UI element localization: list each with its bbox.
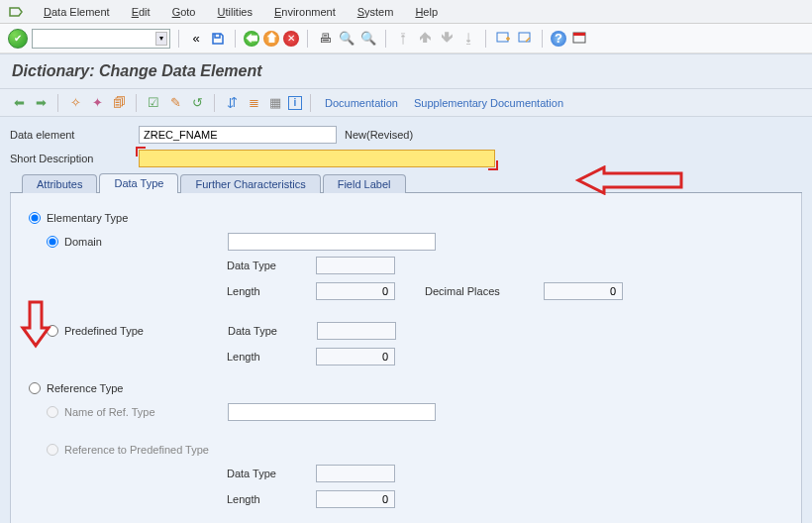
hierarchy-icon[interactable]: ⇵ — [223, 94, 241, 112]
menu-help[interactable]: Help — [405, 4, 448, 20]
sap-logo-icon — [8, 4, 24, 20]
prev-object-icon[interactable]: ⬅ — [10, 94, 28, 112]
menu-bar: Data Element Edit Goto Utilities Environ… — [0, 0, 812, 24]
dropdown-icon[interactable]: ▾ — [155, 32, 167, 46]
reference-type-radio[interactable] — [29, 382, 41, 394]
data-type-input-3[interactable] — [316, 465, 395, 482]
documentation-button[interactable]: Documentation — [319, 97, 404, 109]
layout-icon[interactable] — [570, 30, 588, 48]
page-title: Dictionary: Change Data Element — [12, 62, 800, 80]
domain-label: Domain — [64, 236, 228, 248]
standard-toolbar: ▾ « 🡄 🡅 ✕ 🖶 🔍 🔍 ⭱ 🡹 🡻 ⭳ ? — [0, 24, 812, 53]
data-type-input-2[interactable] — [317, 322, 396, 340]
length-input-1[interactable] — [316, 282, 395, 300]
tab-strip: Attributes Data Type Further Characteris… — [10, 172, 802, 193]
ref-predefined-radio — [47, 444, 58, 456]
predefined-type-label: Predefined Type — [64, 325, 228, 337]
menu-goto[interactable]: Goto — [162, 4, 206, 20]
exit-icon[interactable]: 🡅 — [263, 31, 279, 47]
decimal-places-input[interactable] — [544, 282, 623, 300]
help-icon[interactable]: ? — [551, 31, 566, 47]
svg-rect-0 — [497, 33, 508, 42]
next-object-icon[interactable]: ➡ — [32, 94, 50, 112]
domain-input[interactable] — [228, 233, 436, 251]
data-element-label: Data element — [10, 129, 139, 141]
length-input-3[interactable] — [316, 490, 395, 508]
enter-icon[interactable] — [8, 29, 28, 49]
find-icon[interactable]: 🔍 — [338, 30, 355, 48]
length-input-2[interactable] — [316, 348, 395, 366]
append-icon[interactable]: ≣ — [245, 94, 262, 112]
display-change-icon[interactable]: ✧ — [66, 94, 84, 112]
data-type-label-3: Data Type — [227, 468, 316, 479]
menu-environment[interactable]: Environment — [264, 4, 346, 20]
elementary-type-label: Elementary Type — [47, 212, 128, 224]
length-label-1: Length — [227, 285, 316, 297]
shortcut-icon[interactable] — [516, 30, 534, 48]
last-page-icon: ⭳ — [459, 30, 477, 48]
data-type-input-1[interactable] — [316, 257, 395, 274]
form-area: Data element New(Revised) Short Descript… — [0, 117, 812, 523]
activate-icon[interactable]: ✎ — [166, 94, 184, 112]
data-element-input[interactable] — [139, 126, 337, 144]
annotation-arrow-left — [574, 165, 683, 195]
check-icon[interactable]: ☑ — [145, 94, 162, 112]
supplementary-doc-button[interactable]: Supplementary Documentation — [408, 97, 569, 109]
print-icon[interactable]: 🖶 — [316, 30, 334, 48]
copy-icon[interactable]: 🗐 — [110, 94, 128, 112]
first-page-icon: ⭱ — [394, 30, 412, 48]
name-ref-type-label: Name of Ref. Type — [64, 406, 228, 418]
data-type-label-2: Data Type — [228, 325, 317, 337]
title-area: Dictionary: Change Data Element — [0, 53, 812, 89]
menu-utilities[interactable]: Utilities — [207, 4, 261, 20]
menu-edit[interactable]: Edit — [122, 4, 160, 20]
name-ref-type-input[interactable] — [228, 403, 436, 421]
annotation-arrow-down — [20, 300, 51, 352]
status-text: New(Revised) — [337, 129, 421, 141]
display-list-icon[interactable]: ▦ — [266, 94, 284, 112]
short-description-label: Short Description — [10, 153, 139, 164]
info-icon[interactable]: i — [288, 96, 302, 110]
reference-type-label: Reference Type — [47, 382, 123, 394]
new-session-icon[interactable] — [494, 30, 512, 48]
menu-system[interactable]: System — [348, 4, 404, 20]
command-field[interactable]: ▾ — [32, 29, 170, 49]
tab-further-characteristics[interactable]: Further Characteristics — [180, 174, 320, 193]
back-icon[interactable]: 🡄 — [244, 31, 259, 47]
decimal-places-label: Decimal Places — [425, 285, 544, 297]
ref-predefined-label: Reference to Predefined Type — [64, 444, 209, 456]
svg-rect-3 — [573, 33, 585, 36]
tab-body: Elementary Type Domain Data Type Length … — [10, 193, 802, 523]
tab-data-type[interactable]: Data Type — [99, 173, 178, 193]
name-ref-type-radio — [47, 406, 58, 418]
length-label-2: Length — [227, 351, 316, 363]
cancel-icon[interactable]: ✕ — [283, 31, 299, 47]
save-icon[interactable] — [209, 30, 227, 48]
length-label-3: Length — [227, 493, 316, 505]
other-object-icon[interactable]: ✦ — [88, 94, 106, 112]
elementary-type-radio[interactable] — [29, 212, 41, 224]
tab-attributes[interactable]: Attributes — [22, 174, 97, 193]
short-description-input[interactable] — [139, 150, 495, 167]
domain-radio[interactable] — [47, 236, 58, 248]
next-page-icon: 🡻 — [438, 30, 456, 48]
where-used-icon[interactable]: ↺ — [188, 94, 206, 112]
tab-field-label[interactable]: Field Label — [323, 174, 406, 193]
prev-page-icon: 🡹 — [416, 30, 434, 48]
data-type-label-1: Data Type — [227, 260, 316, 271]
menu-data-element[interactable]: Data Element — [34, 4, 120, 20]
find-next-icon[interactable]: 🔍 — [359, 30, 377, 48]
application-toolbar: ⬅ ➡ ✧ ✦ 🗐 ☑ ✎ ↺ ⇵ ≣ ▦ i Documentation Su… — [0, 89, 812, 117]
back-history-icon[interactable]: « — [187, 30, 205, 48]
